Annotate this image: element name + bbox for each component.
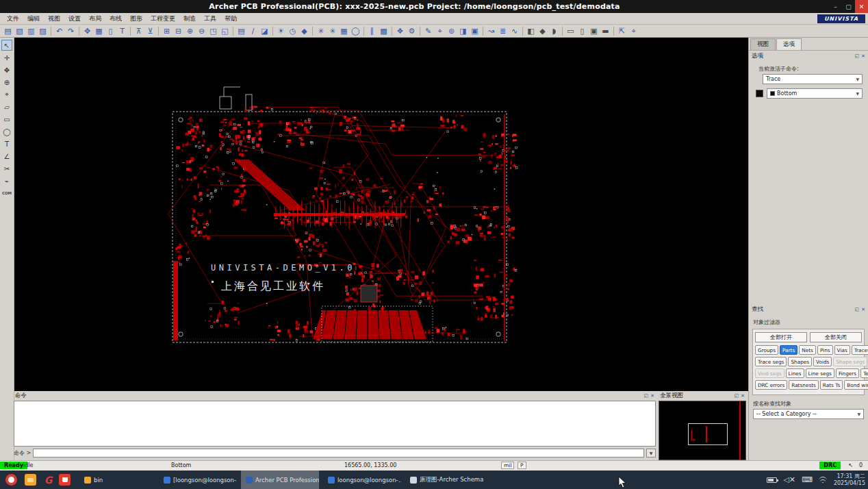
undo-icon[interactable]: ↶ [53,25,65,36]
pcb-canvas[interactable]: UNIVISTA-DEMO_V1.0上海合见工业软件 [14,38,748,391]
new-window-icon[interactable]: ▥ [25,25,37,36]
highlight-icon[interactable]: ☀ [275,25,287,36]
filter-texts[interactable]: Texts [860,368,868,378]
menu-item-8[interactable]: 制造 [179,13,200,25]
menu-item-2[interactable]: 视图 [44,13,64,25]
close-panel-icon[interactable]: ✕ [650,393,654,399]
all-on-button[interactable]: 全部打开 [755,332,807,342]
zoom-window-icon[interactable]: ⊞ [161,25,173,36]
pad-dark-icon[interactable]: ◧ [525,25,537,36]
filter-drc-errors[interactable]: DRC errors [755,380,787,390]
slash-icon[interactable]: ∕ [247,25,259,36]
close-button[interactable]: ✕ [855,0,868,13]
net-color-icon[interactable]: ❖ [394,25,406,36]
wifi-icon[interactable] [819,477,828,484]
battery-icon[interactable] [767,477,777,483]
via-dark-icon[interactable]: ◆ [537,25,548,36]
clock-icon[interactable]: ◷ [287,25,298,36]
color-matrix-icon[interactable]: ▩ [378,25,390,36]
unrats-net-icon[interactable]: ✳ [327,25,338,36]
taskbar-window-4[interactable]: 原理图-Archer Schemat… [405,471,483,489]
overview-viewport[interactable] [688,423,728,445]
taskbar-window-3[interactable]: loongson@loongson-… [323,471,401,489]
filter-trace-segs[interactable]: Trace segs [755,357,787,366]
pick-tool-icon[interactable]: ✛ [1,52,12,63]
close-panel-icon[interactable]: ✕ [741,393,745,399]
console-output[interactable] [14,401,656,447]
all-off-button[interactable]: 全部关闭 [810,332,862,342]
view-split-2-icon[interactable]: ▯ [576,25,588,36]
pan-tool-icon[interactable]: ✥ [1,64,12,75]
command-history-dropdown[interactable]: ▼ [646,449,656,457]
float-panel-icon[interactable]: ◱ [855,53,860,59]
filter-fingers[interactable]: Fingers [836,368,859,378]
delete-icon[interactable]: ▯ [105,25,116,36]
zoom-fit-icon[interactable]: ◳ [207,25,219,36]
open-design-icon[interactable]: ▧ [14,25,25,36]
probe-tool-icon[interactable]: ⌁ [1,175,12,186]
file-manager-icon[interactable] [25,474,36,486]
float-panel-icon[interactable]: ◱ [855,307,860,312]
filter-nets[interactable]: Nets [799,345,816,355]
command-input[interactable] [33,449,644,457]
zoom-probe-icon[interactable]: ⊚ [446,25,457,36]
arc-dark-icon[interactable]: ◗ [548,25,560,36]
filter-shapes[interactable]: Shapes [788,357,812,366]
pen-icon[interactable]: ✎ [422,25,434,36]
export-view-icon[interactable]: ⇱ [616,25,628,36]
filter-vias[interactable]: Vias [834,345,850,355]
float-panel-icon[interactable]: ◱ [644,393,649,399]
menu-item-9[interactable]: 工具 [200,13,220,25]
tab-options[interactable]: 选项 [776,38,802,50]
origin-circle-icon[interactable]: ◯ [350,25,361,36]
menu-item-0[interactable]: 文件 [3,13,23,25]
tab-view[interactable]: 视图 [750,38,776,50]
unrats-all-icon[interactable]: ✳ [315,25,327,36]
browser-icon[interactable] [5,474,17,486]
open-window-icon[interactable]: ▨ [37,25,49,36]
app-store-icon[interactable] [59,474,71,486]
lock-icon[interactable]: ⊼ [133,25,144,36]
view-split-4-icon[interactable]: ▬ [600,25,611,36]
target-tool-icon[interactable]: ⌖ [1,89,12,100]
layer-stack-icon[interactable]: ≣ [497,25,509,36]
view-split-3-icon[interactable]: ▣ [588,25,600,36]
menu-item-6[interactable]: 图形 [126,13,146,25]
filter-bond-wires[interactable]: Bond wires [844,380,868,390]
filter-traces[interactable]: Traces [852,345,868,355]
measure-probe-icon[interactable]: ⌖ [628,25,639,36]
keyboard-icon[interactable]: ⌨ [802,475,813,484]
circle-tool-icon[interactable]: ◯ [1,126,12,137]
doc-flag-icon[interactable]: ◨ [457,25,469,36]
filter-groups[interactable]: Groups [755,345,778,355]
filter-ratsnests[interactable]: Ratsnests [789,380,819,390]
minimize-button[interactable]: – [829,0,842,13]
properties-icon[interactable]: ▤ [235,25,247,36]
filter-parts[interactable]: Parts [780,345,797,355]
zoom-selection-icon[interactable]: ◱ [219,25,231,36]
zoom-out-icon[interactable]: ⊖ [196,25,207,36]
polygon-tool-icon[interactable]: ▱ [1,101,12,112]
com-tool-icon[interactable]: COM [1,188,12,199]
close-panel-icon[interactable]: ✕ [861,307,865,312]
menu-item-3[interactable]: 设置 [64,13,85,25]
zoom-previous-icon[interactable]: ⊟ [173,25,184,36]
doc-text-icon[interactable]: ▣ [469,25,481,36]
command-dropdown[interactable]: Trace ▼ [763,74,863,84]
p-button[interactable]: P [518,462,526,469]
layer-dropdown[interactable]: Bottom ▼ [767,88,863,99]
units-button[interactable]: mil [501,462,514,469]
wave-icon[interactable]: ∿ [509,25,520,36]
settings-gear-icon[interactable]: ⚙ [406,25,418,36]
redo-icon[interactable]: ↷ [65,25,77,36]
zoom-in-icon[interactable]: ⊕ [184,25,196,36]
text-tool-icon[interactable]: T [1,138,12,149]
new-design-icon[interactable]: ▤ [2,25,14,36]
layer-color-swatch[interactable] [756,90,763,97]
overview-map[interactable] [659,401,746,460]
filter-pins[interactable]: Pins [817,345,833,355]
copy-icon[interactable]: ▦ [93,25,105,36]
menu-item-5[interactable]: 布线 [105,13,126,25]
filter-lines[interactable]: Lines [786,368,804,378]
close-panel-icon[interactable]: ✕ [861,53,865,59]
